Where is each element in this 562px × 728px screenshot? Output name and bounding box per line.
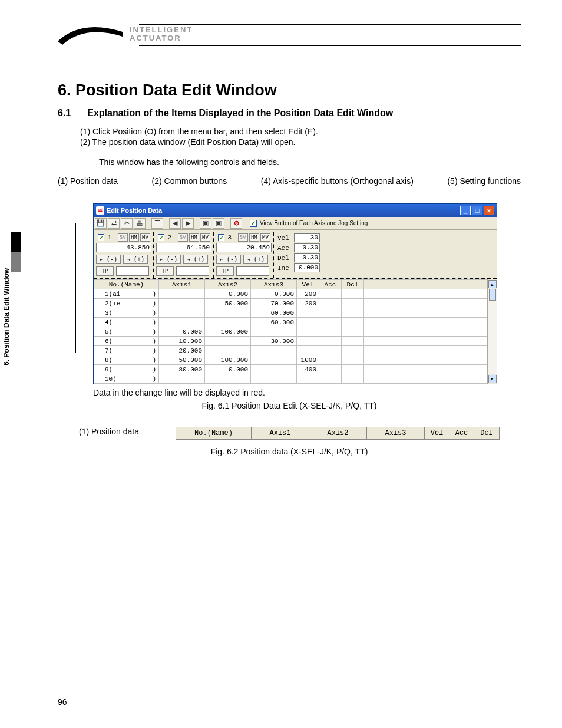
run-icon[interactable]: ▣ bbox=[200, 218, 211, 229]
logo-icon bbox=[58, 22, 123, 46]
instruction-1: (1) Click Position (O) from the menu bar… bbox=[80, 127, 521, 136]
callout-5: (5) Setting functions bbox=[447, 176, 521, 186]
save-icon[interactable]: 💾 bbox=[95, 218, 107, 229]
vertical-scrollbar[interactable]: ▴ ▾ bbox=[487, 279, 497, 384]
jog-vel-label: Vel bbox=[277, 235, 292, 242]
axis-panel-1: ✔ 1 SV HM MV 43.859 ⇠ (-) ⇢ (+) TP bbox=[95, 232, 154, 278]
scroll-down-icon[interactable]: ▾ bbox=[488, 375, 497, 383]
table-row[interactable]: 8()50.000100.0001000 bbox=[94, 355, 487, 365]
axis1-sv-button[interactable]: SV bbox=[118, 233, 128, 242]
axis1-jog-plus[interactable]: ⇢ (+) bbox=[123, 255, 148, 264]
table-row[interactable]: 1(ai)0.0000.000200 bbox=[94, 289, 487, 299]
callout-labels: (1) Position data (2) Common buttons (4)… bbox=[58, 176, 521, 186]
axis3-tp-button[interactable]: TP bbox=[216, 266, 234, 276]
axis2-position[interactable]: 64.950 bbox=[156, 243, 211, 252]
page-number: 96 bbox=[58, 697, 67, 707]
col-axis2: Axis2 bbox=[205, 280, 251, 289]
callout-4: (4) Axis-specific buttons (Orthogonal ax… bbox=[261, 176, 414, 186]
axis3-jog-minus[interactable]: ⇠ (-) bbox=[216, 255, 241, 264]
scroll-up-icon[interactable]: ▴ bbox=[488, 280, 497, 288]
axis3-jog-plus[interactable]: ⇢ (+) bbox=[243, 255, 268, 264]
teach-icon[interactable]: ☰ bbox=[151, 218, 163, 229]
callout-1: (1) Position data bbox=[58, 176, 118, 186]
axis2-hm-button[interactable]: HM bbox=[189, 233, 199, 242]
axis2-mv-button[interactable]: MV bbox=[200, 233, 210, 242]
axis1-position[interactable]: 43.859 bbox=[96, 243, 151, 252]
axis2-number: 2 bbox=[167, 234, 176, 241]
table-row[interactable]: 10() bbox=[94, 374, 487, 384]
axis1-jog-minus[interactable]: ⇠ (-) bbox=[96, 255, 121, 264]
col-name: No.(Name) bbox=[94, 280, 159, 289]
view-axis-label: View Button of Each Axis and Jog Setting bbox=[260, 220, 368, 226]
jog-acc-label: Acc bbox=[277, 245, 292, 252]
axis-panels: ✔ 1 SV HM MV 43.859 ⇠ (-) ⇢ (+) TP bbox=[94, 230, 497, 279]
prev-icon[interactable]: ◀ bbox=[169, 218, 181, 229]
axis2-jog-minus[interactable]: ⇠ (-) bbox=[156, 255, 181, 264]
axis1-enable-checkbox[interactable]: ✔ bbox=[98, 234, 104, 241]
table-row[interactable]: 5()0.000100.000 bbox=[94, 327, 487, 337]
axis3-sv-button[interactable]: SV bbox=[238, 233, 248, 242]
jog-dcl-label: Dcl bbox=[277, 255, 292, 262]
axis1-tp-input[interactable] bbox=[116, 266, 149, 276]
table-row[interactable]: 6()10.00030.000 bbox=[94, 337, 487, 346]
axis2-enable-checkbox[interactable]: ✔ bbox=[158, 234, 164, 241]
table-row[interactable]: 3()60.000 bbox=[94, 308, 487, 318]
subsection-heading: 6.1 Explanation of the Items Displayed i… bbox=[58, 108, 521, 118]
subsection-text: Explanation of the Items Displayed in th… bbox=[87, 108, 393, 118]
section-title: 6. Position Data Edit Window bbox=[58, 81, 521, 100]
position-data-table[interactable]: No.(Name) Axis1 Axis2 Axis3 Vel Acc Dcl … bbox=[94, 279, 487, 384]
table-row[interactable]: 9()80.0000.000400 bbox=[94, 365, 487, 374]
axis-panel-2: ✔ 2 SV HM MV 64.950 ⇠ (-) ⇢ (+) TP bbox=[155, 232, 214, 278]
hs-axis1: Axis1 bbox=[252, 427, 309, 439]
table-header: No.(Name) Axis1 Axis2 Axis3 Vel Acc Dcl bbox=[94, 280, 487, 289]
hs-acc: Acc bbox=[449, 427, 474, 439]
axis2-tp-button[interactable]: TP bbox=[156, 266, 174, 276]
axis3-tp-input[interactable] bbox=[236, 266, 269, 276]
table-row[interactable]: 4()60.000 bbox=[94, 318, 487, 327]
axis2-tp-input[interactable] bbox=[176, 266, 209, 276]
axis-panel-3: ✔ 3 SV HM MV 20.459 ⇠ (-) ⇢ (+) TP bbox=[215, 232, 274, 278]
brand-header: INTELLIGENT ACTUATOR bbox=[58, 22, 521, 46]
window-title: Edit Position Data bbox=[107, 207, 162, 214]
table-row[interactable]: 7()20.000 bbox=[94, 346, 487, 355]
axis3-mv-button[interactable]: MV bbox=[260, 233, 270, 242]
axis1-tp-button[interactable]: TP bbox=[96, 266, 114, 276]
axis3-position[interactable]: 20.459 bbox=[216, 243, 272, 252]
figure-6-1-caption: Fig. 6.1 Position Data Edit (X-SEL-J/K, … bbox=[58, 401, 521, 410]
print-icon[interactable]: 🖶 bbox=[134, 218, 146, 229]
cancel-icon[interactable]: ⊘ bbox=[230, 218, 242, 229]
transfer-icon[interactable]: ⇄ bbox=[108, 218, 120, 229]
caption-redline: Data in the change line will be displaye… bbox=[93, 388, 521, 397]
axis1-hm-button[interactable]: HM bbox=[129, 233, 139, 242]
jog-vel-input[interactable]: 30 bbox=[294, 233, 320, 242]
minimize-button[interactable]: _ bbox=[460, 206, 471, 215]
scroll-thumb[interactable] bbox=[489, 289, 496, 301]
maximize-button[interactable]: □ bbox=[472, 206, 482, 215]
edit-position-data-window: ≋ Edit Position Data _ □ × 💾 ⇄ ✂ 🖶 ☰ ◀ ▶… bbox=[93, 203, 497, 384]
col-spacer bbox=[364, 280, 487, 289]
hs-axis3: Axis3 bbox=[367, 427, 425, 439]
jog-acc-input[interactable]: 0.30 bbox=[294, 243, 320, 252]
jog-inc-label: Inc bbox=[277, 265, 292, 272]
titlebar: ≋ Edit Position Data _ □ × bbox=[94, 204, 497, 217]
jog-dcl-input[interactable]: 0.30 bbox=[294, 253, 320, 262]
axis1-mv-button[interactable]: MV bbox=[140, 233, 150, 242]
axis3-enable-checkbox[interactable]: ✔ bbox=[218, 234, 224, 241]
table-row[interactable]: 2(ie)50.00070.000200 bbox=[94, 299, 487, 308]
col-acc: Acc bbox=[319, 280, 342, 289]
hs-name: No.(Name) bbox=[176, 427, 252, 439]
jog-inc-input[interactable]: 0.000 bbox=[294, 263, 320, 272]
side-tab-label: 6. Position Data Edit Window bbox=[2, 268, 11, 365]
axis2-sv-button[interactable]: SV bbox=[178, 233, 188, 242]
next-icon[interactable]: ▶ bbox=[182, 218, 194, 229]
close-button[interactable]: × bbox=[484, 206, 494, 215]
view-axis-checkbox[interactable]: ✔ bbox=[250, 220, 257, 227]
step-icon[interactable]: ▣ bbox=[213, 218, 224, 229]
hs-axis2: Axis2 bbox=[309, 427, 367, 439]
axis3-hm-button[interactable]: HM bbox=[249, 233, 259, 242]
cut-icon[interactable]: ✂ bbox=[121, 218, 133, 229]
axis2-jog-plus[interactable]: ⇢ (+) bbox=[183, 255, 208, 264]
subsection-num: 6.1 bbox=[58, 108, 71, 118]
callout-2: (2) Common buttons bbox=[152, 176, 227, 186]
figure-6-2-caption: Fig. 6.2 Position data (X-SEL-J/K, P/Q, … bbox=[58, 447, 521, 456]
